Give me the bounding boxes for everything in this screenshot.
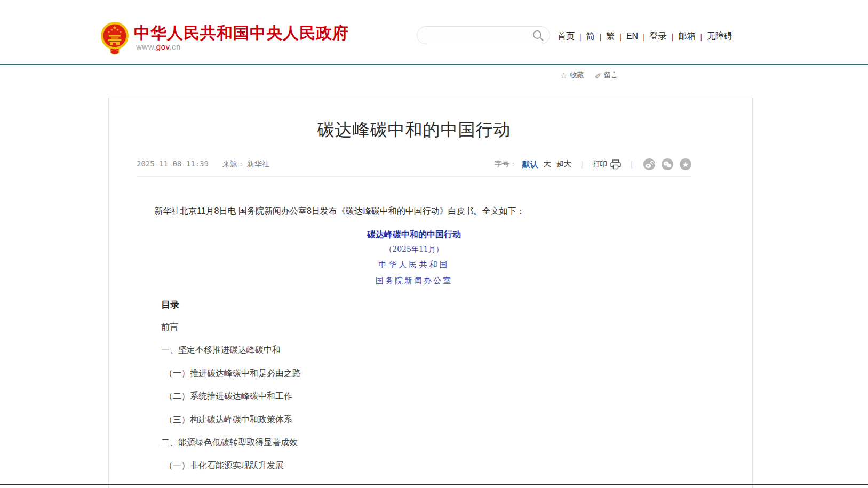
favorite-label: 收藏 [570,70,584,80]
nav-simplified[interactable]: 简 [586,31,595,42]
pencil-icon: ✎ [594,71,601,79]
site-url-highlight: gov [156,42,170,51]
toolbar-separator: | [631,160,633,169]
document-date-line: （2025年11月） [137,245,691,254]
nav-separator: | [643,31,645,41]
toc-item: 前言 [161,315,641,338]
toolbar-separator: | [581,160,583,169]
weibo-icon [643,158,655,170]
print-label: 打印 [592,159,607,169]
nav-separator: | [672,31,674,41]
more-share-button[interactable] [680,158,691,170]
toc-item: （一）推进碳达峰碳中和是必由之路 [161,362,641,385]
search-icon[interactable] [532,30,544,42]
fontsize-default-button[interactable]: 默认 [522,159,538,170]
search-input[interactable] [426,27,530,43]
nav-traditional[interactable]: 繁 [606,31,615,42]
toc-item: （一）非化石能源实现跃升发展 [161,454,641,477]
nav-separator: | [600,31,602,41]
document-issuer-office: 国务院新闻办公室 [137,276,691,286]
document-title: 碳达峰碳中和的中国行动 [137,229,691,241]
nav-separator: | [579,31,582,41]
action-row: ☆ 收藏 ✎ 留言 [560,70,618,80]
wechat-icon [662,158,673,170]
fontsize-large-button[interactable]: 大 [544,159,551,169]
toc-item: 一、坚定不移推进碳达峰碳中和 [161,338,641,361]
document-issuer-country: 中华人民共和国 [137,260,691,270]
printer-icon [610,159,621,170]
fontsize-xlarge-button[interactable]: 超大 [556,159,571,169]
nav-home[interactable]: 首页 [558,31,575,42]
site-url[interactable]: www.gov.cn [136,42,181,51]
site-title: 中华人民共和国中央人民政府 [134,22,349,44]
star-outline-icon: ☆ [560,71,567,79]
nav-login[interactable]: 登录 [650,31,667,42]
wechat-share-button[interactable] [662,158,673,170]
national-emblem-icon: ★ ★ ★ ★ ★ [100,20,129,55]
meta-divider [137,176,691,177]
nav-separator: | [619,31,622,41]
site-url-suffix: .cn [169,42,181,51]
weibo-share-button[interactable] [643,158,655,170]
site-header: ★ ★ ★ ★ ★ 中华人民共和国中央人民政府 www.gov.cn 首页 | … [0,0,868,64]
top-nav: 首页 | 简 | 繁 | EN | 登录 | 邮箱 | 无障碍 [558,30,732,43]
toc-list: 前言 一、坚定不移推进碳达峰碳中和 （一）推进碳达峰碳中和是必由之路 （二）系统… [161,315,641,477]
toc-item: （二）系统推进碳达峰碳中和工作 [161,385,641,407]
toc-heading: 目录 [161,299,179,311]
nav-accessibility[interactable]: 无障碍 [707,31,732,42]
svg-text:★: ★ [119,30,122,34]
article-meta-row: 2025-11-08 11:39 来源： 新华社 字号： 默认 大 超大 | 打… [137,155,691,173]
toc-item: 二、能源绿色低碳转型取得显著成效 [161,431,641,454]
nav-english[interactable]: EN [626,31,638,41]
fontsize-label: 字号： [495,159,517,169]
favorite-button[interactable]: ☆ 收藏 [560,70,584,80]
svg-text:★: ★ [110,28,113,31]
article-source: 来源： 新华社 [222,159,269,169]
article-meta-left: 2025-11-08 11:39 来源： 新华社 [137,159,269,169]
article-toolbar: 字号： 默认 大 超大 | 打印 | [495,158,691,170]
site-url-prefix: www. [136,42,156,51]
comment-label: 留言 [604,70,618,80]
search-box [417,26,550,44]
nav-mail[interactable]: 邮箱 [678,31,695,42]
comment-button[interactable]: ✎ 留言 [594,70,618,80]
source-label: 来源： [222,159,245,168]
print-button[interactable]: 打印 [592,159,621,170]
star-share-icon [680,158,691,170]
toc-item: （三）构建碳达峰碳中和政策体系 [161,408,641,431]
source-value: 新华社 [247,159,269,168]
page-bottom-bar [0,484,868,485]
article-card: 碳达峰碳中和的中国行动 2025-11-08 11:39 来源： 新华社 字号：… [108,98,753,488]
header-divider [0,64,868,65]
article-title: 碳达峰碳中和的中国行动 [137,118,691,142]
nav-separator: | [700,31,702,41]
article-intro: 新华社北京11月8日电 国务院新闻办公室8日发布《碳达峰碳中和的中国行动》白皮书… [137,205,691,218]
publish-date: 2025-11-08 11:39 [137,159,209,168]
